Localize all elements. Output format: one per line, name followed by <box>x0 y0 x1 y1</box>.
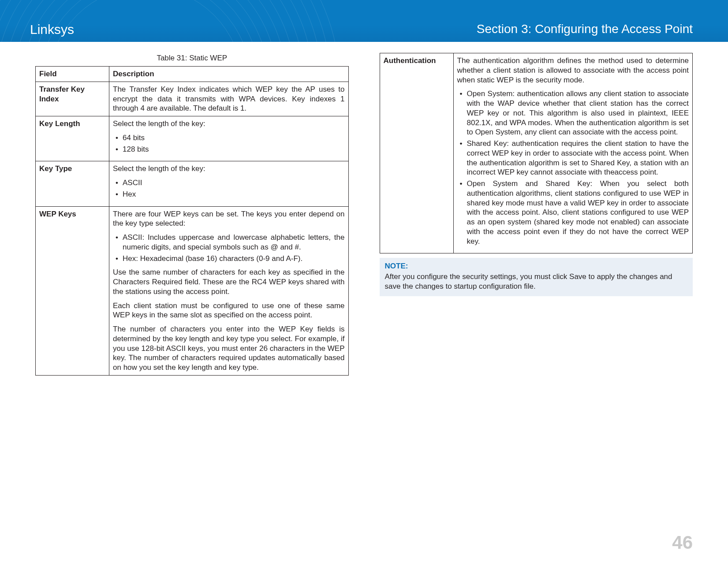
note-body: After you configure the security setting… <box>385 272 688 291</box>
note-box: NOTE: After you configure the security s… <box>380 258 693 296</box>
field-name: Key Type <box>36 161 109 206</box>
list-item: Open System and Shared Key: When you sel… <box>467 179 689 246</box>
table-row: WEP Keys There are four WEP keys can be … <box>36 206 349 375</box>
field-name: WEP Keys <box>36 206 109 375</box>
bullet-list: ASCII: Includes uppercase and lowercase … <box>113 233 345 263</box>
bullet-list: Open System: authentication allows any c… <box>457 89 689 246</box>
table-row: Authentication The authentication algori… <box>380 53 693 253</box>
table-row: Key Length Select the length of the key:… <box>36 116 349 161</box>
page-number: 46 <box>672 532 693 553</box>
desc-para: Use the same number of characters for ea… <box>113 268 345 296</box>
table-caption: Table 31: Static WEP <box>35 54 349 63</box>
static-wep-table: Field Description Transfer Key Index The… <box>35 66 349 376</box>
list-item: 64 bits <box>123 133 345 143</box>
page-header: Linksys Section 3: Configuring the Acces… <box>0 0 728 42</box>
desc-intro: There are four WEP keys can be set. The … <box>113 209 345 229</box>
list-item: ASCII <box>123 178 345 188</box>
svg-point-11 <box>49 0 243 42</box>
list-item: ASCII: Includes uppercase and lowercase … <box>123 233 345 252</box>
brand-logo: Linksys <box>30 22 74 37</box>
static-wep-table-continued: Authentication The authentication algori… <box>380 53 693 253</box>
list-item: Open System: authentication allows any c… <box>467 89 689 137</box>
desc-para: Each client station must be configured t… <box>113 301 345 320</box>
field-description: Select the length of the key: ASCII Hex <box>109 161 349 206</box>
section-title: Section 3: Configuring the Access Point <box>477 22 693 36</box>
list-item: Hex <box>123 190 345 199</box>
field-name: Transfer Key Index <box>36 82 109 116</box>
th-description: Description <box>109 67 349 82</box>
desc-para: The number of characters you enter into … <box>113 324 345 372</box>
table-header-row: Field Description <box>36 67 349 82</box>
right-column: Authentication The authentication algori… <box>380 53 693 538</box>
field-description: Select the length of the key: 64 bits 12… <box>109 116 349 161</box>
table-row: Transfer Key Index The Transfer Key Inde… <box>36 82 349 116</box>
list-item: Shared Key: authentication requires the … <box>467 139 689 177</box>
th-field: Field <box>36 67 109 82</box>
desc-intro: The authentication algorithm defines the… <box>457 56 689 85</box>
list-item: Hex: Hexadecimal (base 16) characters (0… <box>123 254 345 264</box>
list-item: 128 bits <box>123 145 345 154</box>
desc-intro: Select the length of the key: <box>113 119 345 129</box>
field-description: The Transfer Key Index indicates which W… <box>109 82 349 116</box>
table-row: Key Type Select the length of the key: A… <box>36 161 349 206</box>
bullet-list: ASCII Hex <box>113 178 345 199</box>
field-name: Key Length <box>36 116 109 161</box>
page-body: Table 31: Static WEP Field Description T… <box>35 53 693 538</box>
field-description: There are four WEP keys can be set. The … <box>109 206 349 375</box>
field-description: The authentication algorithm defines the… <box>453 53 693 253</box>
left-column: Table 31: Static WEP Field Description T… <box>35 53 349 538</box>
field-name: Authentication <box>380 53 453 253</box>
bullet-list: 64 bits 128 bits <box>113 133 345 154</box>
desc-para: The Transfer Key Index indicates which W… <box>113 85 345 113</box>
note-title: NOTE: <box>385 261 688 271</box>
desc-intro: Select the length of the key: <box>113 164 345 174</box>
